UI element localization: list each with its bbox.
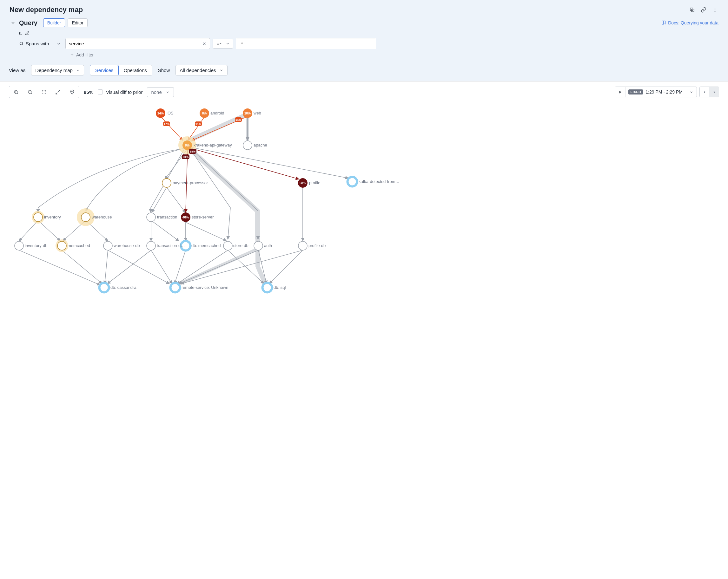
spans-dropdown-icon[interactable] [56, 42, 61, 46]
svg-line-28 [152, 187, 166, 213]
node-label[interactable]: payment-processor [173, 181, 208, 185]
visual-diff-select[interactable]: none [147, 87, 174, 97]
node-label[interactable]: store-server [192, 215, 214, 219]
svg-text:11%: 11% [196, 122, 201, 126]
node-label[interactable]: inventory-db [25, 243, 48, 248]
node-label[interactable]: warehouse-db [113, 243, 140, 248]
svg-point-66 [162, 178, 171, 187]
svg-point-78 [147, 241, 156, 250]
add-filter-button[interactable]: Add filter [70, 52, 719, 57]
svg-point-80 [224, 241, 232, 250]
prev-range-button[interactable] [700, 87, 709, 97]
svg-point-83 [99, 283, 109, 292]
svg-point-69 [347, 177, 357, 187]
svg-text:10%: 10% [244, 112, 251, 115]
svg-line-18 [58, 90, 60, 92]
search-icon [19, 41, 24, 46]
svg-text:58%: 58% [190, 150, 196, 153]
svg-text:8%: 8% [185, 144, 190, 147]
show-select[interactable]: All dependencies [176, 65, 227, 76]
node-label[interactable]: android [210, 111, 224, 115]
view-as-label: View as [9, 67, 25, 73]
svg-text:14%: 14% [157, 112, 164, 115]
svg-point-85 [262, 283, 272, 292]
zoom-out-icon[interactable] [23, 86, 37, 98]
dependency-map-canvas[interactable]: 14% 8% 10% 8% 58% 40% 17% 11% 14% 60% 58… [0, 100, 728, 303]
filter-value-input[interactable] [236, 38, 376, 49]
node-label[interactable]: transaction [157, 215, 177, 219]
svg-point-84 [171, 283, 180, 292]
svg-line-33 [186, 222, 227, 241]
svg-line-24 [19, 220, 38, 241]
clear-field-icon[interactable] [199, 42, 210, 46]
node-label[interactable]: warehouse [92, 215, 112, 219]
svg-point-65 [243, 141, 252, 150]
svg-text:17%: 17% [164, 122, 170, 126]
node-label[interactable]: kafka-detected-from… [359, 179, 399, 184]
node-label[interactable]: inventory [44, 215, 61, 219]
time-range[interactable]: 1:29 PM - 2:29 PM [646, 89, 686, 94]
svg-line-47 [269, 250, 303, 284]
svg-point-72 [147, 213, 156, 222]
svg-line-36 [62, 250, 102, 284]
svg-line-31 [151, 220, 179, 241]
svg-marker-21 [620, 91, 622, 93]
svg-text:58%: 58% [300, 182, 306, 185]
node-label[interactable]: profile-db [309, 243, 326, 248]
zoom-in-icon[interactable] [9, 86, 23, 98]
node-label[interactable]: db: sql [274, 285, 286, 290]
operator-select[interactable]: =~ [213, 39, 233, 49]
svg-line-12 [17, 93, 18, 94]
node-label[interactable]: transaction-d… [157, 243, 185, 248]
collapse-toggle-icon[interactable] [9, 19, 17, 26]
tab-editor[interactable]: Editor [68, 19, 87, 27]
node-label[interactable]: krakend-api-gateway [193, 143, 232, 147]
svg-text:8%: 8% [202, 112, 207, 115]
tab-builder[interactable]: Builder [43, 19, 66, 27]
node-label[interactable]: db: cassandra [110, 285, 136, 290]
segment-services[interactable]: Services [90, 65, 119, 76]
svg-text:14%: 14% [235, 118, 241, 121]
spans-with-label: Spans with [26, 41, 49, 46]
link-icon[interactable] [700, 6, 707, 13]
visual-diff-checkbox[interactable] [98, 89, 103, 94]
time-range-dropdown[interactable] [686, 87, 697, 97]
next-range-button[interactable] [709, 87, 719, 97]
plus-icon [70, 53, 74, 57]
svg-point-3 [715, 9, 715, 10]
filter-field-input[interactable] [66, 38, 199, 49]
expand-icon[interactable] [51, 86, 65, 98]
svg-line-6 [22, 45, 23, 45]
more-icon[interactable] [711, 6, 719, 13]
svg-line-48 [161, 117, 183, 140]
fit-screen-icon[interactable] [37, 86, 51, 98]
edit-icon[interactable] [25, 31, 29, 35]
node-label[interactable]: iOS [166, 111, 174, 115]
node-label[interactable]: remote-service: Unknown [182, 285, 228, 290]
chevron-down-icon [226, 42, 230, 46]
segment-operations[interactable]: Operations [119, 65, 152, 75]
play-button[interactable] [615, 87, 626, 97]
svg-point-71 [81, 213, 90, 222]
node-label[interactable]: web [254, 111, 261, 115]
copy-icon[interactable] [688, 6, 696, 13]
svg-line-40 [151, 250, 172, 284]
node-label[interactable]: store-db [233, 243, 249, 248]
svg-line-19 [56, 92, 57, 94]
node-label[interactable]: db: memcached [191, 243, 221, 248]
view-as-select[interactable]: Dependency map [31, 65, 84, 76]
node-label[interactable]: apache [254, 143, 267, 147]
node-label[interactable]: memcached [68, 243, 90, 248]
svg-line-25 [38, 220, 60, 241]
locate-icon[interactable] [65, 86, 79, 98]
svg-point-2 [715, 8, 715, 8]
svg-point-81 [254, 241, 263, 250]
node-label[interactable]: auth [264, 243, 272, 248]
svg-line-37 [105, 250, 108, 284]
svg-line-23 [165, 149, 187, 179]
docs-link[interactable]: Docs: Querying your data [661, 20, 719, 25]
node-label[interactable]: profile [309, 181, 320, 185]
svg-point-82 [298, 241, 307, 250]
svg-point-76 [57, 241, 66, 250]
docs-link-label: Docs: Querying your data [668, 20, 719, 25]
